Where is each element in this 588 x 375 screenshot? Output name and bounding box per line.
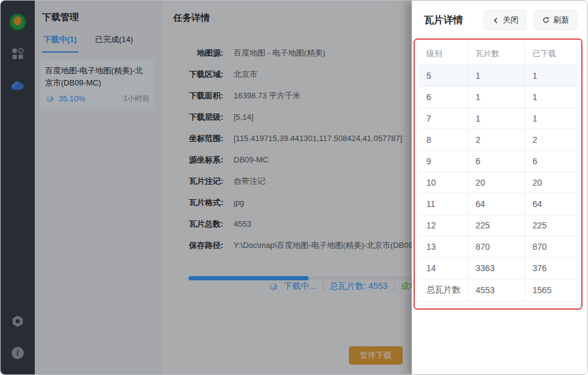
field-value: 4553 xyxy=(234,219,251,228)
pause-download-button[interactable]: 暂停下载 xyxy=(349,346,403,365)
field-value: 百度地图 - 电子地图(精美) xyxy=(234,48,325,59)
table-row[interactable]: 711 xyxy=(419,108,577,129)
field-value: 北京市 xyxy=(234,69,257,80)
field-value: [5,14] xyxy=(234,112,254,122)
download-manager-title: 下载管理 xyxy=(35,1,160,31)
table-cell: 1 xyxy=(525,65,577,87)
table-cell: 64 xyxy=(525,194,577,215)
table-row[interactable]: 511 xyxy=(419,65,577,87)
field-label: 地图源: xyxy=(161,48,223,59)
table-cell: 3363 xyxy=(468,258,525,279)
app-window: i 下载管理 下载中(1) 已完成(14) 百度地图-电子地图(精美)-北京市(… xyxy=(0,0,588,375)
field-label: 下载面积: xyxy=(161,90,223,101)
tab-downloading[interactable]: 下载中(1) xyxy=(42,31,78,53)
table-cell: 64 xyxy=(468,194,525,215)
tab-completed[interactable]: 已完成(14) xyxy=(94,31,134,53)
table-cell: 1 xyxy=(468,87,525,108)
table-cell: 2 xyxy=(468,129,525,151)
status-separator: | xyxy=(393,282,395,291)
table-cell: 870 xyxy=(525,236,577,258)
table-row[interactable]: 822 xyxy=(419,129,577,151)
table-cell: 13 xyxy=(419,236,468,258)
table-cell: 225 xyxy=(468,215,525,236)
table-cell: 1 xyxy=(525,108,577,129)
table-cell: 870 xyxy=(468,236,525,258)
status-total-tiles: 总瓦片数: 4553 xyxy=(329,281,387,292)
field-label: 保存路径: xyxy=(161,240,223,251)
table-cell: 6 xyxy=(468,151,525,172)
table-cell: 10 xyxy=(419,172,468,194)
tile-table-body: 5116117118229661020201164641222522513870… xyxy=(419,65,577,302)
task-time: 1小时前 xyxy=(123,93,149,104)
table-cell: 1 xyxy=(468,65,525,87)
field-label: 下载区域: xyxy=(161,69,223,80)
table-row[interactable]: 611 xyxy=(419,87,577,108)
table-row[interactable]: 116464 xyxy=(419,194,577,215)
progress-fill xyxy=(188,276,309,280)
table-cell: 4553 xyxy=(468,279,525,302)
table-cell: 7 xyxy=(419,108,468,129)
close-drawer-button[interactable]: 关闭 xyxy=(484,10,527,31)
info-glyph: i xyxy=(12,347,24,359)
task-card-title: 百度地图-电子地图(精美)-北京市(DB09-MC) xyxy=(45,65,149,89)
table-cell: 9 xyxy=(419,151,468,172)
table-row[interactable]: 966 xyxy=(419,151,577,172)
table-header-cell: 级别 xyxy=(419,43,468,65)
loading-spinner-icon xyxy=(45,94,54,103)
table-row[interactable]: 102020 xyxy=(419,172,577,194)
tile-details-title: 瓦片详情 xyxy=(424,14,477,27)
field-label: 瓦片格式: xyxy=(161,197,223,208)
close-button-label: 关闭 xyxy=(503,15,518,26)
tile-table: 级别瓦片数已下载 5116117118229661020201164641222… xyxy=(419,43,577,302)
refresh-button[interactable]: 刷新 xyxy=(534,10,578,31)
table-row[interactable]: 总瓦片数45531565 xyxy=(419,279,577,302)
refresh-icon xyxy=(542,16,550,24)
table-header-cell: 已下载 xyxy=(525,43,577,65)
table-cell: 376 xyxy=(525,258,577,279)
field-value: 自带注记 xyxy=(234,176,265,187)
table-cell: 5 xyxy=(419,65,468,87)
table-cell: 12 xyxy=(419,215,468,236)
table-cell: 14 xyxy=(419,258,468,279)
field-label: 坐标范围: xyxy=(161,133,223,144)
status-separator: | xyxy=(322,282,324,291)
table-row[interactable]: 12225225 xyxy=(419,215,577,236)
table-header-cell: 瓦片数 xyxy=(468,43,525,65)
table-cell: 2 xyxy=(525,129,577,151)
field-value: jpg xyxy=(234,198,244,207)
download-tabs: 下载中(1) 已完成(14) xyxy=(35,31,160,53)
info-icon[interactable]: i xyxy=(9,344,27,362)
table-cell: 6 xyxy=(525,151,577,172)
table-cell: 225 xyxy=(525,215,577,236)
field-value: [115.419715,39.441301,117.508424,41.0577… xyxy=(234,134,402,143)
settings-icon[interactable] xyxy=(9,312,27,330)
status-downloading: 下载中... xyxy=(284,281,317,292)
field-label: 源坐标系: xyxy=(161,155,223,166)
field-label: 瓦片总数: xyxy=(161,219,223,230)
table-cell: 20 xyxy=(468,172,525,194)
field-value: Y:\Doc\map\百度地图-电子地图(精美)-北京市(DB09-M xyxy=(234,240,422,251)
table-row[interactable]: 143363376 xyxy=(419,258,577,279)
table-annotation-box: 级别瓦片数已下载 5116117118229661020201164641222… xyxy=(414,38,583,310)
loading-spinner-icon xyxy=(268,282,278,291)
field-value: DB09-MC xyxy=(234,155,268,164)
task-card[interactable]: 百度地图-电子地图(精美)-北京市(DB09-MC) 35.10% xyxy=(40,59,155,110)
cloud-download-icon[interactable] xyxy=(9,76,27,95)
download-status-line: 下载中... | 总瓦片数: 4553 | 成功 xyxy=(268,281,418,292)
field-value: 16398.73 平方千米 xyxy=(234,90,301,101)
download-manager-panel: 下载管理 下载中(1) 已完成(14) 百度地图-电子地图(精美)-北京市(DB… xyxy=(35,1,160,374)
table-cell: 总瓦片数 xyxy=(419,279,468,302)
table-cell: 20 xyxy=(525,172,577,194)
table-cell: 11 xyxy=(419,194,468,215)
chevron-left-icon xyxy=(492,17,499,24)
apps-icon[interactable] xyxy=(9,45,27,63)
table-cell: 6 xyxy=(419,87,468,108)
sidebar: i xyxy=(1,1,35,374)
refresh-button-label: 刷新 xyxy=(553,15,569,26)
table-cell: 1 xyxy=(525,87,577,108)
table-row[interactable]: 13870870 xyxy=(419,236,577,258)
table-cell: 8 xyxy=(419,129,468,151)
table-cell: 1565 xyxy=(525,279,577,302)
tile-table-head-row: 级别瓦片数已下载 xyxy=(419,43,577,65)
globe-logo[interactable] xyxy=(9,13,27,31)
